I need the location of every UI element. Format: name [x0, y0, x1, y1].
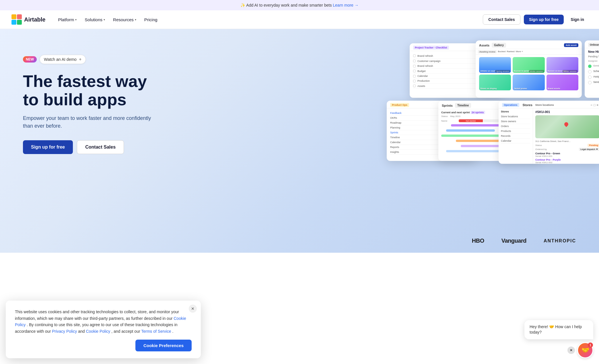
signup-hero-button[interactable]: Sign up for free — [23, 140, 73, 154]
chevron-down-icon: ▾ — [75, 18, 77, 21]
navbar: Airtable Platform ▾ Solutions ▾ Resource… — [0, 10, 599, 29]
signin-button[interactable]: Sign in — [567, 15, 588, 24]
logo[interactable]: Airtable — [11, 14, 45, 25]
brand-logos: HBO Vanguard ANTHROPIC — [472, 238, 576, 244]
hbo-logo: HBO — [472, 238, 484, 244]
assets-card: Assets Gallery Add asset Awaiting review… — [476, 40, 582, 98]
banner-text: Add AI to everyday work and make smarter… — [246, 3, 332, 7]
watch-demo-label: Watch an AI demo — [44, 57, 77, 62]
anthropic-logo: ANTHROPIC — [544, 238, 576, 244]
nav-links: Platform ▾ Solutions ▾ Resources ▾ Prici… — [55, 15, 483, 24]
nav-link-platform[interactable]: Platform ▾ — [55, 15, 80, 24]
top-banner: ✨ Add AI to everyday work and make smart… — [0, 0, 599, 10]
plus-icon: + — [79, 57, 81, 62]
new-badge: NEW — [23, 56, 37, 63]
contact-sales-button[interactable]: Contact Sales — [483, 14, 520, 25]
chevron-down-icon: ▾ — [104, 18, 105, 21]
hero-section: NEW Watch an AI demo + The fastest way t… — [0, 29, 599, 253]
contact-hero-button[interactable]: Contact Sales — [77, 140, 124, 154]
hero-content: NEW Watch an AI demo + The fastest way t… — [23, 46, 155, 154]
hero-screenshots: Project Tracker · Checklist Brand refres… — [387, 38, 599, 238]
chevron-down-icon: ▾ — [135, 18, 136, 21]
vanguard-logo: Vanguard — [501, 238, 526, 244]
hero-buttons: Sign up for free Contact Sales — [23, 140, 155, 154]
hero-subtitle: Empower your team to work faster and mor… — [23, 114, 155, 130]
stores-card: Operations Stores Store locations − □ × … — [499, 101, 599, 164]
banner-icon: ✨ — [240, 3, 245, 7]
hero-title: The fastest way to build apps — [23, 72, 155, 109]
new-badge-row: NEW Watch an AI demo + — [23, 55, 155, 64]
banner-link[interactable]: Learn more → — [333, 3, 358, 7]
signup-nav-button[interactable]: Sign up for free — [524, 15, 564, 24]
onboarding-card: Onboarding New Hire Process ... New Hire… — [585, 40, 599, 98]
logo-text: Airtable — [24, 16, 45, 23]
nav-actions: Contact Sales Sign up for free Sign in — [483, 14, 588, 25]
nav-link-resources[interactable]: Resources ▾ — [110, 15, 140, 24]
nav-link-solutions[interactable]: Solutions ▾ — [81, 15, 108, 24]
nav-link-pricing[interactable]: Pricing — [141, 15, 161, 24]
logo-icon — [11, 14, 22, 25]
watch-demo-button[interactable]: Watch an AI demo + — [40, 55, 86, 64]
